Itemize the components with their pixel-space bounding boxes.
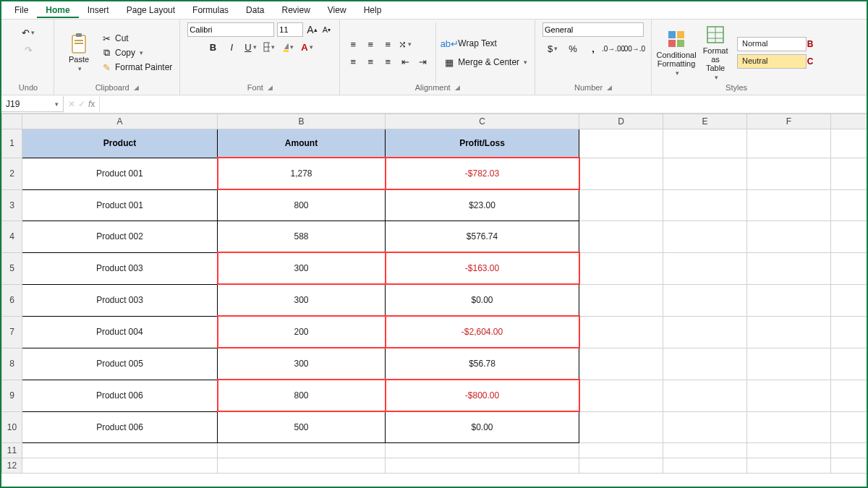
copy-button[interactable]: ⧉ Copy ▾ [101, 47, 172, 59]
cell[interactable] [218, 443, 386, 458]
cell[interactable] [663, 252, 747, 284]
cell[interactable] [831, 443, 867, 458]
cell[interactable] [579, 316, 663, 348]
cell[interactable] [747, 221, 831, 253]
cell[interactable] [22, 443, 218, 458]
tab-insert[interactable]: Insert [79, 3, 118, 18]
cell[interactable] [663, 348, 747, 380]
cell[interactable] [579, 158, 663, 189]
cell-profit-loss[interactable]: $576.74 [386, 221, 579, 253]
cell-amount[interactable]: 800 [218, 380, 386, 411]
cell[interactable] [579, 129, 663, 158]
cell[interactable] [663, 284, 747, 316]
cell-product[interactable]: Product 001 [22, 158, 218, 189]
cell[interactable] [579, 411, 663, 443]
enter-formula-icon[interactable]: ✓ [78, 99, 85, 109]
cell-profit-loss[interactable]: -$800.00 [386, 380, 579, 411]
cell[interactable] [579, 252, 663, 284]
column-header-E[interactable]: E [663, 114, 747, 129]
decrease-decimal-button[interactable]: .00→.0 [628, 43, 639, 54]
cell[interactable] [663, 158, 747, 189]
cell-profit-loss[interactable]: -$2,604.00 [386, 316, 579, 348]
cell[interactable] [663, 221, 747, 253]
cell-product[interactable]: Product 002 [22, 221, 218, 253]
cell[interactable] [579, 221, 663, 253]
dialog-launcher-icon[interactable]: ◢ [268, 84, 273, 91]
cell[interactable] [218, 458, 386, 474]
cell[interactable] [663, 316, 747, 348]
cell[interactable] [831, 411, 867, 443]
tab-file[interactable]: File [6, 3, 37, 18]
align-center-icon[interactable]: ≡ [365, 56, 376, 67]
column-header-G[interactable]: G [831, 114, 867, 129]
underline-button[interactable]: U▾ [244, 41, 256, 53]
cell-product[interactable]: Product 004 [22, 316, 218, 348]
cell-style-calc-cut[interactable]: C [807, 56, 814, 67]
cell[interactable] [663, 129, 747, 158]
align-middle-icon[interactable]: ≡ [365, 38, 376, 50]
cell[interactable] [579, 189, 663, 221]
redo-icon[interactable]: ↷ [22, 44, 34, 56]
table-header-cell[interactable]: Amount [218, 129, 386, 158]
borders-button[interactable]: ▾ [263, 41, 275, 53]
bold-button[interactable]: B [207, 41, 218, 53]
row-header[interactable]: 4 [2, 221, 22, 253]
font-size-select[interactable] [277, 22, 303, 37]
select-all-triangle[interactable] [2, 114, 22, 129]
format-as-table-button[interactable]: Format as Table▾ [698, 25, 733, 81]
row-header[interactable]: 8 [2, 348, 22, 380]
cell[interactable] [386, 443, 579, 458]
cell-amount[interactable]: 800 [218, 189, 386, 221]
cell-product[interactable]: Product 003 [22, 284, 218, 316]
cell-profit-loss[interactable]: $0.00 [386, 284, 579, 316]
align-left-icon[interactable]: ≡ [347, 56, 359, 67]
spreadsheet-grid[interactable]: ABCDEFG 1ProductAmountProfit/Loss2Produc… [1, 114, 867, 474]
cell[interactable] [747, 158, 831, 189]
cell[interactable] [831, 221, 867, 253]
row-header[interactable]: 1 [2, 129, 22, 158]
table-header-cell[interactable]: Profit/Loss [386, 129, 579, 158]
orientation-icon[interactable]: ⤭▾ [399, 38, 411, 50]
dialog-launcher-icon[interactable]: ◢ [134, 84, 139, 91]
cell-product[interactable]: Product 005 [22, 348, 218, 380]
row-header[interactable]: 12 [2, 458, 22, 474]
cell[interactable] [22, 458, 218, 474]
cell-profit-loss[interactable]: -$782.03 [386, 158, 579, 189]
align-right-icon[interactable]: ≡ [382, 56, 393, 67]
cell-style-bad-cut[interactable]: B [807, 39, 814, 49]
cell-profit-loss[interactable]: $56.78 [386, 348, 579, 380]
cell[interactable] [747, 189, 831, 221]
row-header[interactable]: 9 [2, 380, 22, 411]
cell-style-neutral[interactable]: Neutral [737, 54, 807, 69]
increase-decimal-button[interactable]: .0→.00 [608, 43, 619, 54]
percent-format-button[interactable]: % [567, 43, 579, 54]
tab-data[interactable]: Data [237, 3, 273, 18]
cell[interactable] [663, 458, 747, 474]
cell[interactable] [579, 348, 663, 380]
cut-button[interactable]: ✂ Cut [101, 33, 172, 44]
cell[interactable] [579, 284, 663, 316]
merge-center-button[interactable]: ▦ Merge & Center ▾ [443, 56, 527, 68]
fx-icon[interactable]: fx [88, 99, 95, 109]
column-header-D[interactable]: D [579, 114, 663, 129]
cell-product[interactable]: Product 003 [22, 252, 218, 284]
row-header[interactable]: 2 [2, 158, 22, 189]
row-header[interactable]: 10 [2, 411, 22, 443]
column-header-B[interactable]: B [218, 114, 386, 129]
row-header[interactable]: 3 [2, 189, 22, 221]
cell-amount[interactable]: 1,278 [218, 158, 386, 189]
cancel-formula-icon[interactable]: ✕ [68, 99, 75, 109]
align-top-icon[interactable]: ≡ [347, 38, 359, 50]
cell[interactable] [831, 252, 867, 284]
dialog-launcher-icon[interactable]: ◢ [607, 84, 612, 91]
tab-page-layout[interactable]: Page Layout [118, 3, 184, 18]
table-header-cell[interactable]: Product [22, 129, 218, 158]
cell[interactable] [831, 158, 867, 189]
column-header-F[interactable]: F [747, 114, 831, 129]
cell-product[interactable]: Product 001 [22, 189, 218, 221]
fill-color-button[interactable]: ▾ [282, 41, 294, 53]
tab-review[interactable]: Review [273, 3, 318, 18]
cell[interactable] [747, 316, 831, 348]
cell-profit-loss[interactable]: $0.00 [386, 411, 579, 443]
align-bottom-icon[interactable]: ≡ [382, 38, 393, 50]
